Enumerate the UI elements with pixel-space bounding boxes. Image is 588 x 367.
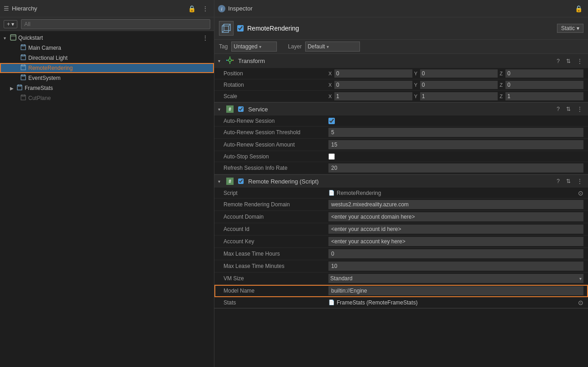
tag-dropdown[interactable]: Untagged ▾ [231, 42, 277, 52]
script-target-button[interactable]: ⊙ [578, 189, 583, 197]
script-field-value: 📄 RemoteRendering ⊙ [328, 189, 583, 197]
rr-model-name-row: Model Name [214, 285, 588, 297]
remote-rendering-script-header[interactable]: ▾ # Remote Rendering (Script) ? ⇅ ⋮ [214, 175, 588, 188]
frame-stats-label: FrameStats [25, 85, 53, 91]
scale-y-label: Y [414, 94, 419, 99]
transform-help-button[interactable]: ? [555, 58, 562, 65]
account-key-input[interactable] [328, 237, 583, 246]
rr-domain-input[interactable] [328, 200, 583, 209]
service-help-button[interactable]: ? [555, 105, 562, 113]
stats-label: Stats [224, 299, 328, 306]
transform-more-button[interactable]: ⋮ [575, 58, 584, 65]
remote-rendering-cube-icon [20, 64, 26, 72]
model-name-input[interactable] [328, 286, 583, 295]
account-id-input[interactable] [328, 225, 583, 234]
rr-script-enabled-checkbox[interactable] [238, 178, 244, 184]
position-y-input[interactable] [420, 69, 498, 78]
auto-stop-session-checkbox[interactable] [328, 153, 335, 160]
scale-y-input[interactable] [420, 92, 498, 100]
scale-z-input[interactable] [505, 92, 583, 100]
auto-renew-threshold-input[interactable] [328, 128, 583, 137]
rr-account-id-row: Account Id [214, 223, 588, 236]
transform-actions: ? ⇅ ⋮ [555, 58, 584, 65]
auto-renew-amount-input[interactable] [328, 140, 583, 149]
svg-point-31 [229, 59, 231, 62]
hierarchy-header-actions: 🔒 ⋮ [186, 4, 210, 13]
object-active-checkbox[interactable] [237, 25, 244, 31]
quickstart-more-button[interactable]: ⋮ [200, 34, 210, 42]
scale-x-input[interactable] [334, 92, 412, 100]
layer-dropdown[interactable]: Default ▾ [305, 42, 360, 52]
position-y-label: Y [414, 71, 419, 76]
object-cube-icon [221, 23, 232, 34]
hierarchy-search-input[interactable] [21, 19, 210, 29]
rr-script-more-button[interactable]: ⋮ [575, 178, 584, 185]
transform-header[interactable]: ▾ Transform ? ⇅ [214, 54, 588, 68]
object-cube-icon-box [219, 21, 234, 36]
rotation-y-input[interactable] [420, 81, 498, 89]
rr-script-hash-icon: # [226, 178, 234, 185]
hierarchy-add-button[interactable]: + ▾ [4, 20, 17, 28]
script-file-icon: 📄 [328, 190, 335, 196]
hierarchy-menu-icon[interactable]: ☰ [4, 5, 9, 12]
position-z-input[interactable] [505, 69, 583, 78]
max-lease-hours-input[interactable] [328, 249, 583, 258]
hierarchy-item-cut-plane[interactable]: CutPlane [0, 93, 214, 103]
transform-icon [226, 57, 234, 65]
hierarchy-item-directional-light[interactable]: Directional Light [0, 53, 214, 63]
inspector-header-actions: 🔒 [573, 4, 584, 13]
service-header[interactable]: ▾ # Service ? ⇅ ⋮ [214, 103, 588, 115]
account-key-label: Account Key [224, 238, 328, 245]
frame-stats-cube-icon [16, 84, 23, 92]
hierarchy-more-button[interactable]: ⋮ [200, 4, 210, 13]
rr-domain-label: Remote Rendering Domain [224, 201, 328, 208]
rotation-z-input[interactable] [505, 81, 583, 89]
position-x-input[interactable] [334, 69, 412, 78]
rr-account-key-row: Account Key [214, 236, 588, 248]
scale-z-label: Z [500, 94, 504, 99]
scale-x-label: X [328, 94, 333, 99]
rr-script-settings-button[interactable]: ⇅ [564, 178, 572, 185]
auto-renew-session-label: Auto-Renew Session [224, 118, 328, 124]
max-lease-minutes-value [328, 262, 583, 271]
rr-max-lease-minutes-row: Max Lease Time Minutes [214, 260, 588, 273]
vm-size-text: Standard [330, 275, 353, 282]
hierarchy-item-remote-rendering[interactable]: RemoteRendering [0, 63, 214, 73]
rotation-x-input[interactable] [334, 81, 412, 89]
transform-settings-button[interactable]: ⇅ [564, 58, 572, 65]
inspector-title: Inspector [228, 5, 252, 12]
inspector-lock-button[interactable]: 🔒 [573, 4, 584, 13]
service-settings-button[interactable]: ⇅ [564, 105, 572, 113]
hierarchy-panel: ☰ Hierarchy 🔒 ⋮ + ▾ ▾ Quickstart ⋮ Main [0, 0, 214, 367]
account-domain-label: Account Domain [224, 214, 328, 220]
vm-size-dropdown-arrow: ▾ [579, 276, 582, 281]
service-auto-renew-amount-row: Auto-Renew Session Amount [214, 139, 588, 151]
tag-label: Tag [219, 43, 228, 50]
vm-size-dropdown[interactable]: Standard ▾ [328, 274, 583, 283]
main-camera-label: Main Camera [28, 45, 61, 51]
tag-layer-row: Tag Untagged ▾ Layer Default ▾ [214, 40, 588, 54]
max-lease-minutes-input[interactable] [328, 262, 583, 271]
directional-light-cube-icon [20, 54, 26, 62]
refresh-rate-input[interactable] [328, 163, 583, 173]
hierarchy-item-main-camera[interactable]: Main Camera [0, 43, 214, 53]
stats-target-button[interactable]: ⊙ [578, 299, 583, 306]
hierarchy-item-quickstart[interactable]: ▾ Quickstart ⋮ [0, 33, 214, 43]
service-refresh-rate-row: Refresh Session Info Rate [214, 162, 588, 174]
rr-max-lease-hours-row: Max Lease Time Hours [214, 248, 588, 260]
service-more-button[interactable]: ⋮ [575, 105, 584, 113]
rr-script-actions: ? ⇅ ⋮ [555, 178, 584, 185]
service-enabled-checkbox[interactable] [238, 106, 244, 112]
rotation-y-label: Y [414, 82, 419, 88]
object-name[interactable]: RemoteRendering [247, 25, 553, 32]
static-button[interactable]: Static ▾ [557, 24, 583, 33]
account-domain-input[interactable] [328, 212, 583, 221]
hierarchy-item-event-system[interactable]: EventSystem [0, 73, 214, 83]
hierarchy-item-frame-stats[interactable]: ▶ FrameStats [0, 83, 214, 93]
stats-text: FrameStats (RemoteFrameStats) [337, 299, 417, 306]
rr-script-help-button[interactable]: ? [555, 178, 562, 185]
transform-expand-arrow: ▾ [218, 58, 224, 63]
auto-renew-session-checkbox[interactable] [328, 118, 335, 124]
hierarchy-lock-button[interactable]: 🔒 [186, 4, 198, 13]
max-lease-hours-label: Max Lease Time Hours [224, 251, 328, 257]
